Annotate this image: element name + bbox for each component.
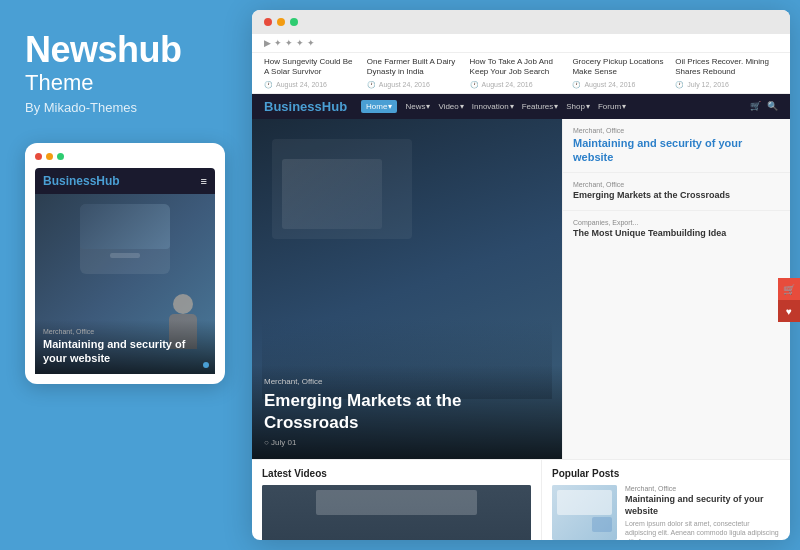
twitter-icon[interactable]: ✦ — [274, 38, 282, 48]
hero-article-date: ○ July 01 — [264, 438, 550, 447]
sa-tag-1: Merchant, Office — [573, 127, 780, 134]
headline-title-3: How To Take A Job And Keep Your Job Sear… — [470, 57, 565, 78]
calendar-icon: ○ — [264, 438, 269, 447]
hero-category-tag: Merchant, Office — [264, 377, 550, 386]
sa-tag-2: Merchant, Office — [573, 181, 780, 188]
video-thumbnail[interactable]: Another, Commerce Faster Internet is Eve… — [262, 485, 531, 540]
floating-like-icon[interactable]: ♥ — [778, 300, 800, 322]
mobile-logo: BusinessHub — [43, 174, 120, 188]
rss-icon[interactable]: ▶ — [264, 38, 271, 48]
pp-title-1: Maintaining and security of your website — [625, 494, 780, 517]
top-social-bar: ▶ ✦ ✦ ✦ ✦ — [252, 34, 790, 53]
headline-title-1: How Sungevity Could Be A Solar Survivor — [264, 57, 359, 78]
popular-posts-section: Popular Posts Merchant, Office Maintaini… — [542, 460, 790, 540]
facebook-icon[interactable]: ✦ — [285, 38, 293, 48]
popular-posts-title: Popular Posts — [552, 468, 780, 479]
headline-item-2[interactable]: One Farmer Built A Dairy Dynasty in Indi… — [367, 57, 470, 89]
browser-dot-yellow — [277, 18, 285, 26]
sidebar-article-3[interactable]: Companies, Export... The Most Unique Tea… — [563, 211, 790, 248]
nav-shop[interactable]: Shop ▾ — [566, 102, 590, 111]
browser-dot-red — [264, 18, 272, 26]
nav-home[interactable]: Home ▾ — [361, 100, 397, 113]
browser-mockup: ▶ ✦ ✦ ✦ ✦ How Sungevity Could Be A Solar… — [252, 10, 790, 540]
mobile-hero-image: Merchant, Office Maintaining and securit… — [35, 194, 215, 374]
cart-icon[interactable]: 🛒 — [750, 101, 761, 111]
mobile-traffic-lights — [35, 153, 215, 160]
clock-icon-3: 🕐 — [470, 80, 479, 89]
nav-forum[interactable]: Forum ▾ — [598, 102, 626, 111]
headline-title-5: Oil Prices Recover. Mining Shares Reboun… — [675, 57, 770, 78]
latest-videos-section: Latest Videos — [252, 460, 542, 540]
mobile-menu-icon[interactable]: ≡ — [201, 175, 207, 187]
mobile-hero-title: Maintaining and security of your website — [43, 337, 207, 366]
sa-title-2: Emerging Markets at the Crossroads — [573, 190, 780, 202]
headline-title-4: Grocery Pickup Locations Make Sense — [572, 57, 667, 78]
brand-by: By Mikado-Themes — [25, 100, 223, 115]
youtube-icon[interactable]: ✦ — [307, 38, 315, 48]
mobile-dot-red — [35, 153, 42, 160]
nav-utility-icons: 🛒 🔍 — [750, 101, 778, 111]
mobile-dot-green — [57, 153, 64, 160]
clock-icon-2: 🕐 — [367, 80, 376, 89]
sa-title-3: The Most Unique Teambuilding Idea — [573, 228, 780, 240]
browser-dot-green — [290, 18, 298, 26]
mobile-hero-tag: Merchant, Office — [43, 328, 207, 335]
bottom-section: Latest Videos — [252, 459, 790, 540]
site-navigation: BusinessHub Home ▾ News ▾ Video ▾ Innova… — [252, 94, 790, 119]
mobile-indicator-dot — [203, 362, 209, 368]
nav-innovation[interactable]: Innovation ▾ — [472, 102, 514, 111]
brand-name: Newshub Theme — [25, 30, 223, 96]
social-icons: ▶ ✦ ✦ ✦ ✦ — [264, 38, 315, 48]
clock-icon-4: 🕐 — [572, 80, 581, 89]
popular-post-content-1: Merchant, Office Maintaining and securit… — [625, 485, 780, 540]
floating-cart-icon[interactable]: 🛒 — [778, 278, 800, 300]
clock-icon-1: 🕐 — [264, 80, 273, 89]
hero-section[interactable]: Merchant, Office Emerging Markets at the… — [252, 119, 562, 459]
headline-item-4[interactable]: Grocery Pickup Locations Make Sense 🕐Aug… — [572, 57, 675, 89]
headline-item-3[interactable]: How To Take A Job And Keep Your Job Sear… — [470, 57, 573, 89]
hero-article-title: Emerging Markets at the Crossroads — [264, 390, 550, 434]
hero-overlay: Merchant, Office Emerging Markets at the… — [252, 365, 562, 459]
headline-item-1[interactable]: How Sungevity Could Be A Solar Survivor … — [264, 57, 367, 89]
sidebar-articles: Merchant, Office Maintaining and securit… — [562, 119, 790, 459]
clock-icon-5: 🕐 — [675, 80, 684, 89]
sa-tag-3: Companies, Export... — [573, 219, 780, 226]
popular-post-thumbnail-1 — [552, 485, 617, 540]
popular-post-1[interactable]: Merchant, Office Maintaining and securit… — [552, 485, 780, 540]
mobile-mockup: BusinessHub ≡ Merchant, Office Maintaini… — [25, 143, 225, 384]
sidebar-article-1[interactable]: Merchant, Office Maintaining and securit… — [563, 119, 790, 174]
site-logo: BusinessHub — [264, 99, 347, 114]
mobile-hero-overlay: Merchant, Office Maintaining and securit… — [35, 320, 215, 374]
nav-video[interactable]: Video ▾ — [438, 102, 463, 111]
search-icon[interactable]: 🔍 — [767, 101, 778, 111]
news-headlines-bar: How Sungevity Could Be A Solar Survivor … — [252, 53, 790, 94]
left-panel: Newshub Theme By Mikado-Themes BusinessH… — [0, 0, 248, 550]
nav-features[interactable]: Features ▾ — [522, 102, 559, 111]
headline-item-5[interactable]: Oil Prices Recover. Mining Shares Reboun… — [675, 57, 778, 89]
headline-title-2: One Farmer Built A Dairy Dynasty in Indi… — [367, 57, 462, 78]
nav-news[interactable]: News ▾ — [405, 102, 430, 111]
mobile-dot-yellow — [46, 153, 53, 160]
sa-title-1: Maintaining and security of your website — [573, 136, 780, 165]
mobile-header: BusinessHub ≡ — [35, 168, 215, 194]
pp-tag-1: Merchant, Office — [625, 485, 780, 492]
floating-action-icons: 🛒 ♥ — [778, 278, 800, 322]
main-content-area: Merchant, Office Emerging Markets at the… — [252, 119, 790, 459]
sidebar-article-2[interactable]: Merchant, Office Emerging Markets at the… — [563, 173, 790, 211]
instagram-icon[interactable]: ✦ — [296, 38, 304, 48]
latest-videos-title: Latest Videos — [262, 468, 531, 479]
browser-chrome — [252, 10, 790, 34]
pp-text-1: Lorem ipsum dolor sit amet, consectetur … — [625, 519, 780, 540]
